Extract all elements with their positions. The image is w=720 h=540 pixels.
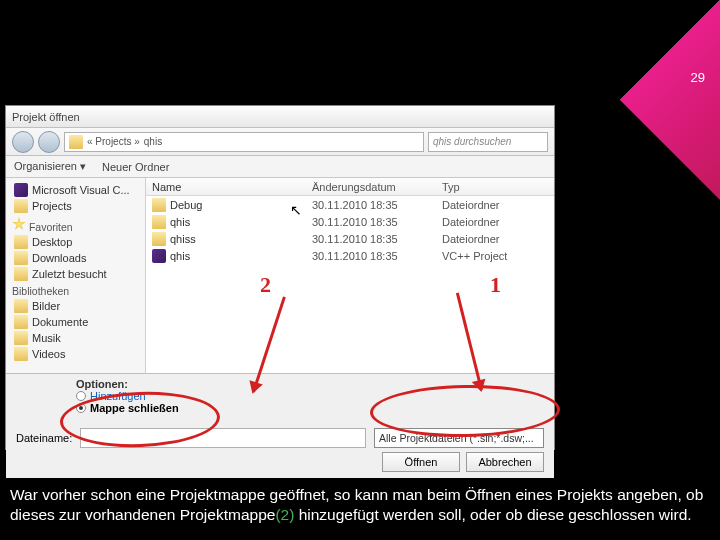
option-label: Hinzufügen: [90, 390, 146, 402]
filename-input[interactable]: [80, 428, 366, 448]
nav-sidebar: Microsoft Visual C... Projects Favoriten…: [6, 178, 146, 373]
folder-icon: [69, 135, 83, 149]
star-icon: [12, 217, 26, 231]
folder-icon: [14, 299, 28, 313]
breadcrumb-path[interactable]: « Projects » qhis: [64, 132, 424, 152]
file-row[interactable]: Debug 30.11.2010 18:35 Dateiordner: [146, 196, 554, 213]
radio-icon: [76, 403, 86, 413]
intro-paragraph: →Es öffnet sich ein Fenster zur Dateiaus…: [10, 8, 650, 68]
file-row[interactable]: qhis 30.11.2010 18:35 Dateiordner: [146, 213, 554, 230]
file-row[interactable]: qhiss 30.11.2010 18:35 Dateiordner: [146, 230, 554, 247]
filename-row: Dateiname: Alle Projektdateien (*.sln;*.…: [16, 428, 544, 448]
folder-icon: [14, 347, 28, 361]
cursor-icon: ↖: [290, 202, 302, 218]
intro-underline-vcxproj: vcxproj (1): [77, 29, 149, 46]
folder-icon: [14, 251, 28, 265]
filetype-dropdown[interactable]: Alle Projektdateien (*.sln;*.dsw;...: [374, 428, 544, 448]
sidebar-label: Zuletzt besucht: [32, 268, 107, 280]
intro-underline-1: (1): [425, 29, 444, 46]
col-date[interactable]: Änderungsdatum: [306, 181, 436, 193]
file-name: qhiss: [170, 233, 196, 245]
sidebar-item-recent[interactable]: Zuletzt besucht: [8, 266, 143, 282]
file-date: 30.11.2010 18:35: [306, 250, 436, 262]
sidebar-item-downloads[interactable]: Downloads: [8, 250, 143, 266]
sidebar-label: Dokumente: [32, 316, 88, 328]
cancel-button[interactable]: Abbrechen: [466, 452, 544, 472]
options-group: Optionen: Hinzufügen Mappe schließen: [16, 378, 544, 414]
breadcrumb-prefix: « Projects »: [87, 136, 140, 147]
toolbar-organize[interactable]: Organisieren ▾: [14, 160, 86, 173]
file-name: Debug: [170, 199, 202, 211]
dialog-body: Microsoft Visual C... Projects Favoriten…: [6, 178, 554, 373]
sidebar-label: Musik: [32, 332, 61, 344]
file-date: 30.11.2010 18:35: [306, 199, 436, 211]
file-name: qhis: [170, 250, 190, 262]
file-date: 30.11.2010 18:35: [306, 216, 436, 228]
col-type[interactable]: Typ: [436, 181, 536, 193]
breadcrumb-current: qhis: [144, 136, 162, 147]
file-type: Dateiordner: [436, 216, 536, 228]
folder-icon: [14, 331, 28, 345]
vcproj-icon: [152, 249, 166, 263]
file-name: qhis: [170, 216, 190, 228]
sidebar-item-desktop[interactable]: Desktop: [8, 234, 143, 250]
folder-icon: [152, 232, 166, 246]
dialog-button-row: Öffnen Abbrechen: [16, 452, 544, 472]
dialog-bottom-panel: Optionen: Hinzufügen Mappe schließen Dat…: [6, 373, 554, 478]
page-number: 29: [691, 70, 705, 85]
file-dialog-window: Projekt öffnen « Projects » qhis qhis du…: [5, 105, 555, 450]
folder-icon: [152, 215, 166, 229]
folder-icon: [14, 315, 28, 329]
folder-icon: [14, 235, 28, 249]
outro-paragraph: War vorher schon eine Projektmappe geöff…: [10, 485, 710, 525]
folder-icon: [14, 199, 28, 213]
folder-icon: [152, 198, 166, 212]
annotation-number-1: 1: [490, 272, 501, 298]
sidebar-item-music[interactable]: Musik: [8, 330, 143, 346]
option-close[interactable]: Mappe schließen: [76, 402, 544, 414]
sidebar-item-projects[interactable]: Projects: [8, 198, 143, 214]
visualstudio-icon: [14, 183, 28, 197]
radio-icon: [76, 391, 86, 401]
dialog-title: Projekt öffnen: [12, 111, 80, 123]
filename-label: Dateiname:: [16, 432, 72, 444]
outro-green-2: (2): [275, 506, 294, 523]
outro-text-c: hinzugefügt werden soll, oder ob diese g…: [294, 506, 691, 523]
option-label: Mappe schließen: [90, 402, 179, 414]
open-button[interactable]: Öffnen: [382, 452, 460, 472]
file-type: Dateiordner: [436, 199, 536, 211]
file-date: 30.11.2010 18:35: [306, 233, 436, 245]
intro-text-c: ) oder Projektmappendateien (Endung .: [150, 29, 426, 46]
sidebar-item-videos[interactable]: Videos: [8, 346, 143, 362]
sidebar-label: Videos: [32, 348, 65, 360]
search-placeholder: qhis durchsuchen: [433, 136, 511, 147]
sidebar-header-label: Favoriten: [29, 221, 73, 233]
nav-forward-button[interactable]: [38, 131, 60, 153]
search-input[interactable]: qhis durchsuchen: [428, 132, 548, 152]
annotation-number-2: 2: [260, 272, 271, 298]
dialog-toolbar: Organisieren ▾ Neuer Ordner: [6, 156, 554, 178]
dialog-titlebar: Projekt öffnen: [6, 106, 554, 128]
folder-icon: [14, 267, 28, 281]
file-row[interactable]: qhis 30.11.2010 18:35 VC++ Project: [146, 247, 554, 264]
nav-back-button[interactable]: [12, 131, 34, 153]
col-name[interactable]: Name: [146, 181, 306, 193]
sidebar-header-fav: Favoriten: [8, 214, 143, 234]
sidebar-label: Projects: [32, 200, 72, 212]
dialog-navbar: « Projects » qhis qhis durchsuchen: [6, 128, 554, 156]
sidebar-item-vs[interactable]: Microsoft Visual C...: [8, 182, 143, 198]
sidebar-label: Desktop: [32, 236, 72, 248]
sidebar-label: Microsoft Visual C...: [32, 184, 130, 196]
sidebar-label: Bilder: [32, 300, 60, 312]
file-type: VC++ Project: [436, 250, 536, 262]
file-list-header: Name Änderungsdatum Typ: [146, 178, 554, 196]
sidebar-item-docs[interactable]: Dokumente: [8, 314, 143, 330]
file-type: Dateiordner: [436, 233, 536, 245]
sidebar-header-libs: Bibliotheken: [8, 282, 143, 298]
sidebar-label: Downloads: [32, 252, 86, 264]
sidebar-item-pictures[interactable]: Bilder: [8, 298, 143, 314]
toolbar-new-folder[interactable]: Neuer Ordner: [102, 161, 169, 173]
